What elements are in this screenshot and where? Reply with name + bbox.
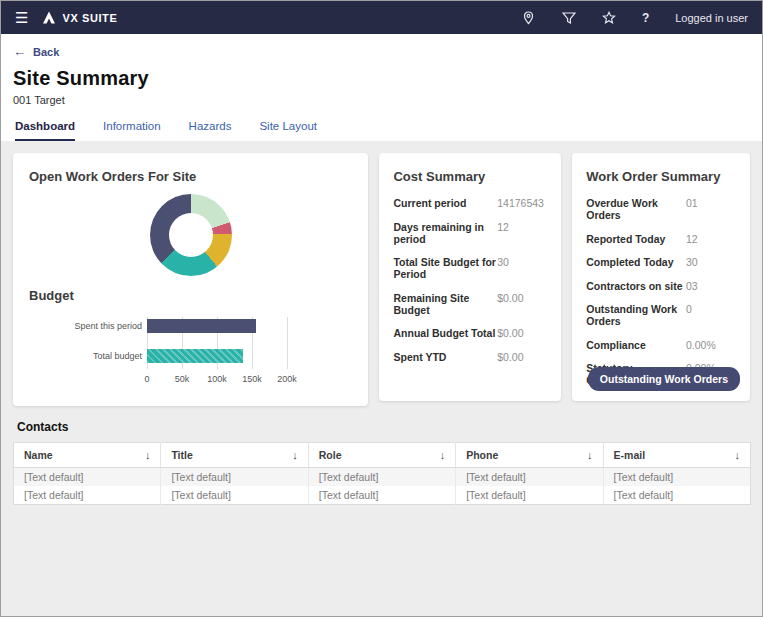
tab-information[interactable]: Information (103, 120, 161, 141)
bar-label-total: Total budget (93, 351, 142, 361)
budget-title: Budget (29, 288, 352, 303)
tab-dashboard[interactable]: Dashboard (15, 120, 75, 141)
work-order-summary-card: Work Order Summary Overdue Work Orders01… (572, 153, 750, 401)
wos-row: Completed Today30 (586, 256, 736, 268)
dashboard-content: Open Work Orders For Site Budget Spent t… (1, 141, 762, 616)
filter-icon[interactable] (562, 11, 576, 25)
bar-spent-this-period (147, 319, 256, 333)
wos-row: Outstanding Work Orders0 (586, 303, 736, 327)
app-window: ☰ VX SUITE ? Logged in user ← Back (0, 0, 763, 617)
page-header: ← Back Site Summary 001 Target Dashboard… (1, 34, 762, 141)
star-icon[interactable] (602, 11, 616, 25)
x-tick: 50k (167, 374, 197, 384)
column-header-email[interactable]: E-mail↓ (603, 443, 750, 468)
bar-plot-area (147, 317, 299, 369)
cost-row: Days remaining in period12 (393, 221, 547, 245)
open-work-orders-card: Open Work Orders For Site Budget Spent t… (13, 153, 368, 406)
wos-row: Compliance0.00% (586, 339, 736, 351)
column-header-phone[interactable]: Phone↓ (456, 443, 603, 468)
wos-row: Contractors on site03 (586, 280, 736, 292)
tab-site-layout[interactable]: Site Layout (259, 120, 317, 141)
column-header-role[interactable]: Role↓ (308, 443, 455, 468)
cost-row: Spent YTD$0.00 (393, 351, 547, 363)
sort-down-icon: ↓ (145, 449, 151, 461)
back-button[interactable]: ← Back (13, 44, 59, 59)
work-order-summary-title: Work Order Summary (586, 169, 736, 184)
cost-summary-card: Cost Summary Current period14176543 Days… (379, 153, 561, 401)
table-row[interactable]: [Text default] [Text default] [Text defa… (14, 468, 751, 487)
top-navbar: ☰ VX SUITE ? Logged in user (1, 1, 762, 34)
hamburger-menu-icon[interactable]: ☰ (15, 10, 28, 25)
bar-total-budget (147, 349, 243, 363)
cost-summary-title: Cost Summary (393, 169, 547, 184)
brand-name: VX SUITE (62, 12, 117, 24)
sort-down-icon: ↓ (735, 449, 741, 461)
budget-bar-chart: Spent this period Total budget (43, 317, 352, 386)
logo-icon (42, 11, 56, 25)
column-header-title[interactable]: Title↓ (161, 443, 308, 468)
sort-down-icon: ↓ (587, 449, 593, 461)
back-label: Back (33, 46, 59, 58)
cost-row: Annual Budget Total$0.00 (393, 327, 547, 339)
column-header-name[interactable]: Name↓ (14, 443, 161, 468)
bar-x-axis: 0 50k 100k 150k 200k (147, 374, 299, 386)
tab-hazards[interactable]: Hazards (189, 120, 232, 141)
table-row[interactable]: [Text default] [Text default] [Text defa… (14, 486, 751, 505)
help-icon[interactable]: ? (642, 11, 649, 25)
bar-label-spent: Spent this period (74, 321, 142, 331)
location-pin-icon[interactable] (522, 11, 536, 25)
contacts-table: Name↓ Title↓ Role↓ Phone↓ E-mail↓ [Text … (13, 442, 751, 505)
donut-hole (169, 213, 213, 257)
contacts-section-title: Contacts (17, 420, 746, 434)
back-arrow-icon: ← (13, 44, 26, 59)
x-tick: 0 (132, 374, 162, 384)
tab-bar: Dashboard Information Hazards Site Layou… (13, 120, 750, 141)
brand[interactable]: VX SUITE (42, 11, 117, 25)
cost-row: Total Site Budget for Period30 (393, 256, 547, 280)
sort-down-icon: ↓ (292, 449, 298, 461)
cost-row: Current period14176543 (393, 197, 547, 209)
x-tick: 100k (202, 374, 232, 384)
x-tick: 200k (272, 374, 302, 384)
page-title: Site Summary (13, 67, 750, 90)
sort-down-icon: ↓ (440, 449, 446, 461)
open-work-orders-donut (150, 194, 232, 276)
wos-row: Reported Today12 (586, 233, 736, 245)
outstanding-work-orders-button[interactable]: Outstanding Work Orders (588, 367, 740, 391)
wos-row: Overdue Work Orders01 (586, 197, 736, 221)
cost-row: Remaining Site Budget$0.00 (393, 292, 547, 316)
open-work-orders-title: Open Work Orders For Site (29, 169, 352, 184)
logged-in-user[interactable]: Logged in user (675, 12, 748, 24)
page-subtitle: 001 Target (13, 94, 750, 106)
x-tick: 150k (237, 374, 267, 384)
